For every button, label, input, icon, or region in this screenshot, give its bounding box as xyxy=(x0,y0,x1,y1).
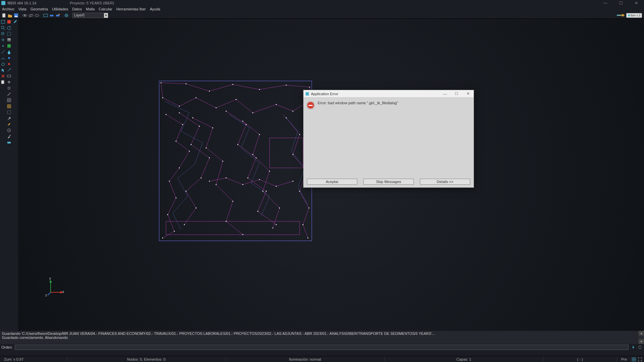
maximize-button[interactable]: ☐ xyxy=(613,0,629,6)
menu-ayuda[interactable]: Ayuda xyxy=(150,7,160,11)
menu-malla[interactable]: Malla xyxy=(86,7,95,11)
svg-point-89 xyxy=(259,179,260,180)
svg-point-46 xyxy=(276,104,277,105)
cyan-arrow-icon[interactable] xyxy=(6,67,12,73)
svg-point-40 xyxy=(232,84,233,85)
dialog-app-icon xyxy=(306,92,309,96)
svg-point-104 xyxy=(247,177,248,178)
select-tool-icon[interactable] xyxy=(0,67,6,73)
status-layers: Capas: 1 xyxy=(385,356,543,362)
svg-point-62 xyxy=(162,237,163,238)
menu-utilidades[interactable]: Utilidades xyxy=(52,7,68,11)
command-input[interactable] xyxy=(15,345,629,350)
svg-rect-9 xyxy=(50,15,53,16)
blue-dot-icon[interactable] xyxy=(6,55,12,61)
svg-rect-31 xyxy=(8,87,10,89)
dialog-minimize-button[interactable]: — xyxy=(439,90,451,98)
svg-rect-8 xyxy=(44,14,48,17)
iber-version-badge[interactable]: Iber v.3 xyxy=(626,13,642,18)
dialog-message: Error: bad window path name ".gid._tk_fi… xyxy=(318,101,398,175)
draw-brush-icon[interactable] xyxy=(6,121,12,127)
surface-tool-icon[interactable] xyxy=(0,61,6,67)
grid-toggle-icon[interactable] xyxy=(631,357,637,362)
green-box-icon[interactable] xyxy=(6,43,12,49)
wrench-icon[interactable] xyxy=(6,115,12,121)
zoom-out-icon[interactable] xyxy=(0,31,6,37)
animate-icon[interactable] xyxy=(6,127,12,133)
screenshot-icon[interactable] xyxy=(43,13,48,18)
menu-herramientas-iber[interactable]: Herramientas Iber xyxy=(116,7,146,11)
gear-icon[interactable] xyxy=(64,13,69,18)
save-file-icon[interactable] xyxy=(13,13,19,18)
dialog-maximize-button[interactable]: ☐ xyxy=(451,90,462,98)
svg-point-43 xyxy=(309,86,310,87)
layers-icon[interactable] xyxy=(6,37,12,43)
svg-rect-34 xyxy=(7,142,11,143)
red-box-icon[interactable] xyxy=(6,19,12,25)
svg-point-97 xyxy=(185,191,186,192)
zoom-extents-icon[interactable] xyxy=(0,19,6,25)
new-file-icon[interactable] xyxy=(1,13,7,18)
hammer-icon[interactable] xyxy=(6,133,12,139)
zoom-in-icon[interactable] xyxy=(0,25,6,31)
rotate-icon[interactable] xyxy=(6,25,12,31)
car-alt-icon[interactable] xyxy=(55,13,60,18)
expand-icon[interactable] xyxy=(637,345,643,350)
status-mode[interactable]: Pre xyxy=(617,356,631,362)
pan-icon[interactable] xyxy=(0,37,6,43)
fullscreen-icon[interactable] xyxy=(637,357,643,362)
line-tool-icon[interactable] xyxy=(0,49,6,55)
delete-icon[interactable] xyxy=(0,73,6,79)
svg-point-96 xyxy=(201,177,202,178)
svg-rect-14 xyxy=(1,20,5,23)
command-label: Orden: xyxy=(1,345,13,349)
svg-point-87 xyxy=(226,177,227,178)
svg-rect-21 xyxy=(1,80,4,84)
console-scrollbar[interactable]: ▲ ▼ xyxy=(639,331,644,344)
menu-vista[interactable]: Vista xyxy=(18,7,26,11)
rectangle-icon[interactable] xyxy=(6,73,12,79)
scroll-down-icon[interactable]: ▼ xyxy=(639,339,644,344)
snap-end-icon[interactable] xyxy=(6,85,12,91)
dialog-skip-button[interactable]: Skip Messages xyxy=(363,179,414,185)
measure-icon[interactable] xyxy=(6,91,12,97)
bolt-icon[interactable] xyxy=(631,345,636,350)
eye-hide-icon[interactable] xyxy=(28,13,34,18)
svg-rect-2 xyxy=(15,16,17,17)
dialog-titlebar[interactable]: Application Error — ☐ ✕ xyxy=(304,90,474,98)
scroll-up-icon[interactable]: ▲ xyxy=(639,331,644,336)
layer-select[interactable]: Layer0 ▼ xyxy=(72,13,108,18)
menu-calcular[interactable]: Calcular xyxy=(99,7,112,11)
mesh-select-icon[interactable] xyxy=(6,103,12,109)
dialog-close-button[interactable]: ✕ xyxy=(462,90,474,98)
drop-icon[interactable] xyxy=(6,49,12,55)
red-dot-icon[interactable] xyxy=(6,61,12,67)
tool-cyan-icon[interactable] xyxy=(6,139,12,145)
mesh-bound-icon[interactable] xyxy=(6,109,12,115)
eye-alt-icon[interactable] xyxy=(34,13,40,18)
close-button[interactable]: ✕ xyxy=(629,0,644,6)
svg-point-48 xyxy=(235,99,236,100)
svg-point-55 xyxy=(175,141,176,142)
snap-point-icon[interactable] xyxy=(6,79,12,85)
gradient-arrow-icon[interactable] xyxy=(617,13,625,17)
copy-doc-icon[interactable] xyxy=(0,79,6,85)
zoom-window-icon[interactable] xyxy=(6,31,12,37)
car-icon[interactable] xyxy=(49,13,54,18)
svg-point-49 xyxy=(216,107,217,108)
arc-tool-icon[interactable] xyxy=(0,55,6,61)
point-tool-icon[interactable] xyxy=(0,43,6,49)
menu-archivo[interactable]: Archivo xyxy=(2,7,14,11)
svg-point-92 xyxy=(179,112,180,113)
dialog-ok-button[interactable]: Aceptar xyxy=(307,179,357,185)
pencil-icon[interactable] xyxy=(12,19,18,25)
eye-show-icon[interactable] xyxy=(22,13,28,18)
svg-marker-109 xyxy=(49,280,52,283)
mesh-icon[interactable] xyxy=(6,97,12,103)
dialog-details-button[interactable]: Details >> xyxy=(420,179,470,185)
open-file-icon[interactable] xyxy=(7,13,13,18)
menu-geometria[interactable]: Geometría xyxy=(31,7,48,11)
menu-datos[interactable]: Datos xyxy=(72,7,82,11)
top-toolbar: Layer0 ▼ Iber v.3 xyxy=(0,12,644,19)
minimize-button[interactable]: — xyxy=(598,0,613,6)
